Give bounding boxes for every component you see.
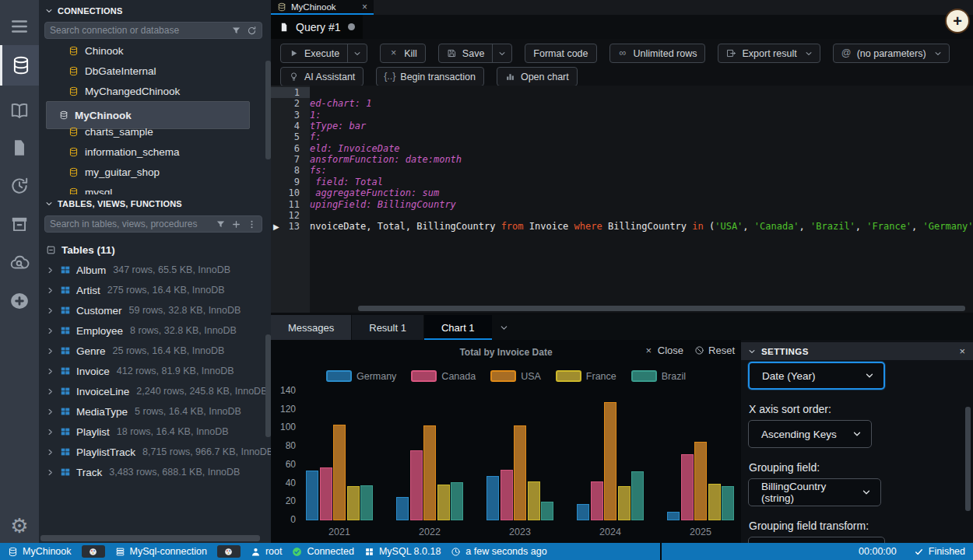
- rail-item-databases[interactable]: [0, 45, 39, 86]
- rail-item-add[interactable]: [0, 284, 39, 318]
- open-chart-button[interactable]: Open chart: [497, 67, 578, 86]
- split-dropdown[interactable]: [347, 44, 367, 62]
- connection-item[interactable]: DbGateInternal: [61, 61, 265, 81]
- table-row[interactable]: Album347 rows, 65.5 KB, InnoDB: [39, 260, 271, 280]
- menu-icon: [9, 16, 30, 37]
- legend-item-canada[interactable]: Canada: [411, 370, 476, 382]
- theme-badge[interactable]: [82, 545, 105, 558]
- no-parameters-button[interactable]: @(no parameters): [833, 44, 950, 63]
- rail-item-files[interactable]: [0, 131, 39, 165]
- connection-item[interactable]: charts_sample: [61, 121, 265, 142]
- tables-search-input[interactable]: [50, 219, 210, 229]
- ai-assistant-button[interactable]: AI Assistant: [280, 67, 364, 86]
- refresh-icon[interactable]: [247, 26, 257, 36]
- add-icon[interactable]: [231, 219, 241, 229]
- split-dropdown[interactable]: [492, 44, 511, 62]
- table-row[interactable]: Genre25 rows, 16.4 KB, InnoDB: [39, 341, 271, 361]
- x-tick-label: 2022: [394, 527, 465, 537]
- execute-button[interactable]: Execute: [280, 44, 367, 63]
- connection-search[interactable]: [44, 22, 262, 39]
- legend-item-germany[interactable]: Germany: [326, 370, 396, 382]
- unlimited-rows-button[interactable]: ∞Unlimited rows: [609, 44, 706, 63]
- legend-swatch: [490, 370, 516, 382]
- connection-item[interactable]: my_guitar_shop: [61, 162, 265, 182]
- editor-hscrollbar[interactable]: [358, 306, 965, 311]
- query-tab[interactable]: Query #1: [271, 15, 363, 39]
- rail-item-history[interactable]: [0, 169, 39, 203]
- table-row[interactable]: Invoice412 rows, 81.9 KB, InnoDB: [39, 361, 271, 381]
- tables-scrollbar[interactable]: [265, 334, 271, 437]
- rail-item-settings[interactable]: ⚙: [0, 509, 39, 543]
- sort-order-label: X axis sort order:: [749, 403, 831, 415]
- sql-editor[interactable]: 12345678910111213▶ ed-chart: 11:tType: b…: [271, 86, 973, 313]
- legend-item-france[interactable]: France: [556, 370, 616, 382]
- legend-item-usa[interactable]: USA: [490, 370, 541, 382]
- sort-order-select[interactable]: Ascending Keys: [748, 420, 872, 448]
- result-tab-chart-1[interactable]: Chart 1: [424, 315, 493, 340]
- table-row[interactable]: Employee8 rows, 32.8 KB, InnoDB: [39, 320, 271, 341]
- connection-search-input[interactable]: [50, 25, 226, 36]
- statusbar-mychinook[interactable]: MyChinook: [8, 546, 72, 557]
- connection-item[interactable]: mysql: [61, 182, 265, 194]
- table-row[interactable]: Artist275 rows, 16.4 KB, InnoDB: [39, 280, 271, 300]
- rail-item-archive[interactable]: [0, 207, 39, 241]
- tables-group[interactable]: Tables (11): [39, 240, 271, 260]
- chart-y-axis: 020406080100120140: [271, 340, 299, 543]
- connections-scrollbar[interactable]: [265, 61, 271, 159]
- connection-item[interactable]: MyChangedChinook: [61, 81, 265, 101]
- tabs-dropdown[interactable]: [493, 315, 516, 340]
- begin-transaction-button[interactable]: {..}Begin transaction: [376, 67, 484, 86]
- settings-header[interactable]: SETTINGS ×: [741, 342, 973, 360]
- sidebar-hscrollbar[interactable]: [40, 535, 260, 541]
- chevron-right-icon: [46, 408, 54, 416]
- grouping-field-select[interactable]: BillingCountry (string): [748, 478, 881, 506]
- rail-item-cloud-search[interactable]: [0, 246, 39, 280]
- theme-badge[interactable]: [217, 545, 241, 558]
- connection-label: MyChangedChinook: [85, 86, 180, 97]
- table-row[interactable]: PlaylistTrack8,715 rows, 966.7 KB, InnoD…: [39, 442, 271, 462]
- table-row[interactable]: Customer59 rows, 32.8 KB, InnoDB: [39, 300, 271, 320]
- grouping-transform-select[interactable]: [748, 537, 885, 543]
- connection-item[interactable]: Chinook: [61, 40, 265, 61]
- button-label: Export result: [742, 48, 796, 59]
- table-meta: 275 rows, 16.4 KB, InnoDB: [107, 285, 225, 296]
- tables-group-label: Tables (11): [61, 244, 115, 256]
- date-transform-select[interactable]: Date (Year): [748, 362, 885, 390]
- chart-close-button[interactable]: × Close: [644, 345, 683, 356]
- table-row[interactable]: Track3,483 rows, 688.1 KB, InnoDB: [39, 462, 271, 482]
- filter-icon[interactable]: [216, 219, 226, 229]
- person-icon: [251, 547, 261, 557]
- kill-button[interactable]: ×Kill: [380, 44, 426, 63]
- menu-kebab-icon[interactable]: [247, 219, 257, 229]
- rail-item-favorites[interactable]: [0, 93, 39, 128]
- export-result-button[interactable]: Export result: [718, 44, 820, 63]
- result-tab-messages[interactable]: Messages: [271, 315, 352, 340]
- database-tab[interactable]: MyChinook ×: [271, 0, 374, 13]
- collapse-icon[interactable]: [46, 245, 56, 255]
- chart-x-axis: 20212022202320242025: [304, 527, 736, 537]
- chart-reset-button[interactable]: Reset: [694, 345, 735, 356]
- table-meta: 8 rows, 32.8 KB, InnoDB: [130, 325, 237, 336]
- database-tab-strip: MyChinook ×: [271, 0, 973, 15]
- close-tab-icon[interactable]: ×: [362, 2, 367, 12]
- bar-group-2024: [574, 391, 646, 520]
- x-tick-label: 2025: [665, 527, 736, 537]
- table-row[interactable]: Playlist18 rows, 16.4 KB, InnoDB: [39, 422, 271, 442]
- new-tab-button[interactable]: +: [947, 10, 968, 32]
- filter-icon[interactable]: [231, 26, 241, 36]
- settings-scrollbar[interactable]: [965, 407, 971, 511]
- settings-close-icon[interactable]: ×: [959, 345, 973, 357]
- save-button[interactable]: Save: [438, 44, 513, 63]
- bar-group-2021: [304, 391, 375, 520]
- table-row[interactable]: MediaType5 rows, 16.4 KB, InnoDB: [39, 401, 271, 422]
- tables-search[interactable]: [44, 215, 262, 233]
- legend-item-brazil[interactable]: Brazil: [631, 370, 686, 382]
- tables-header[interactable]: TABLES, VIEWS, FUNCTIONS: [39, 194, 271, 213]
- rail-item-menu[interactable]: [0, 9, 39, 44]
- connection-item[interactable]: information_schema: [61, 142, 265, 162]
- connections-header[interactable]: CONNECTIONS: [39, 2, 271, 20]
- result-tab-result-1[interactable]: Result 1: [352, 315, 424, 340]
- table-row[interactable]: InvoiceLine2,240 rows, 245.8 KB, InnoDB: [39, 381, 271, 401]
- statusbar-mysql-connection[interactable]: MySql-connection: [115, 546, 207, 557]
- format-code-button[interactable]: Format code: [525, 44, 596, 63]
